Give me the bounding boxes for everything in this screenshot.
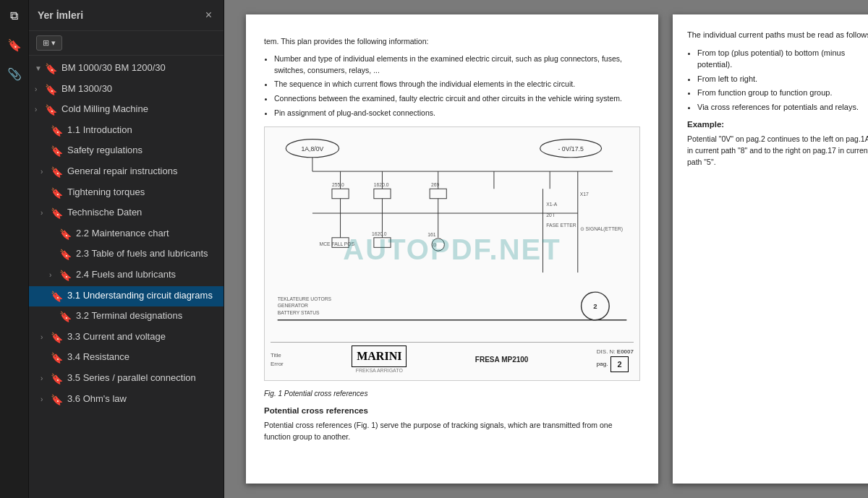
bookmark-icon: 🔖 [51, 351, 63, 366]
sidebar-item-circuit-diagrams[interactable]: 🔖3.1 Understanding circuit diagrams [29, 286, 224, 307]
sidebar-item-terminal[interactable]: 🔖3.2 Terminal designations [29, 306, 224, 327]
sidebar-item-technische[interactable]: ›🔖Technische Daten [29, 203, 224, 224]
sidebar-header: Yer İmleri × [29, 0, 224, 31]
diagram-model: FRESA MP2100 [475, 354, 529, 365]
svg-text:TEKLATEURE UOTORS: TEKLATEURE UOTORS [278, 296, 332, 301]
svg-text:269: 269 [431, 182, 440, 187]
svg-text:1620.0: 1620.0 [372, 231, 387, 236]
sidebar-item-intro[interactable]: 🔖1.1 Introduction [29, 121, 224, 142]
expand-btn-arrow: ▾ [51, 38, 56, 48]
bookmark-icon: 🔖 [51, 186, 63, 201]
sidebar-item-fuels-table[interactable]: 🔖2.3 Table of fuels and lubricants [29, 244, 224, 265]
svg-text:161: 161 [427, 231, 436, 236]
left-bullet-list: Number and type of individual elements i… [264, 53, 640, 119]
circuit-diagram: 1A,8/0V - 0V/17.5 [264, 126, 640, 382]
svg-text:1A,8/0V: 1A,8/0V [301, 145, 323, 153]
svg-rect-25 [374, 237, 391, 247]
svg-text:2: 2 [593, 302, 597, 310]
sidebar-close-button[interactable]: × [203, 7, 215, 23]
arrow-icon: › [35, 105, 42, 115]
svg-text:MCE FALL POS: MCE FALL POS [320, 241, 355, 246]
svg-text:- 0V/17.5: - 0V/17.5 [558, 145, 584, 153]
arrow-icon: › [49, 270, 56, 280]
svg-text:⊙: ⊙ [433, 242, 437, 247]
sidebar-item-label: 2.3 Table of fuels and lubricants [76, 247, 218, 260]
svg-text:FASE ETTER: FASE ETTER [546, 223, 576, 228]
sidebar-item-series-parallel[interactable]: ›🔖3.5 Series / parallel connection [29, 369, 224, 390]
bookmark-icon: 🔖 [51, 207, 63, 221]
arrow-icon: › [41, 332, 48, 343]
sidebar-list: ▼🔖BM 1000/30 BM 1200/30›🔖BM 1300/30›🔖Col… [29, 56, 224, 498]
arrow-icon: › [41, 167, 48, 177]
sidebar-item-label: 3.3 Current and voltage [67, 330, 218, 343]
grid-icon: ⊞ [43, 38, 49, 48]
right-bullet-item: From function group to function group. [697, 87, 868, 99]
sidebar-item-label: 1.1 Introduction [67, 124, 218, 137]
sidebar-item-label: 3.1 Understanding circuit diagrams [67, 289, 218, 302]
bookmark-icon: 🔖 [59, 248, 72, 262]
sidebar-item-general-repair[interactable]: ›🔖General repair instructions [29, 162, 224, 183]
sidebar-item-bm1300[interactable]: ›🔖BM 1300/30 [29, 80, 224, 100]
potential-section-heading: Potential cross references [264, 405, 640, 417]
svg-rect-11 [332, 189, 349, 199]
sidebar-item-maintenance[interactable]: 🔖2.2 Maintenance chart [29, 224, 224, 245]
sidebar-item-label: BM 1300/30 [61, 82, 218, 95]
bullet-item: The sequence in which current flows thro… [274, 79, 640, 90]
bullet-item: Pin assignment of plug-and-socket connec… [274, 108, 640, 119]
sidebar-item-label: Tightening torques [67, 186, 218, 199]
svg-text:255.0: 255.0 [332, 182, 344, 187]
attachment-icon[interactable]: 📎 [4, 64, 25, 84]
svg-text:⊙ SIGNAL(ETTER): ⊙ SIGNAL(ETTER) [580, 226, 623, 232]
sidebar-item-tightening[interactable]: 🔖Tightening torques [29, 183, 224, 204]
bookmark-icon: 🔖 [45, 83, 57, 98]
arrow-icon: › [35, 85, 42, 95]
sidebar-item-label: Technische Daten [67, 206, 218, 219]
layers-icon[interactable]: ⧉ [4, 6, 25, 26]
bookmark-icon: 🔖 [45, 62, 57, 77]
sidebar-item-cold-milling[interactable]: ›🔖Cold Milling Machine [29, 100, 224, 121]
sidebar-item-label: Safety regulations [67, 144, 218, 157]
arrow-icon: › [41, 374, 48, 384]
diagram-page: 2 [610, 356, 628, 373]
main-content: AUTOPDF.NET tem. This plan provides the … [224, 0, 868, 498]
right-bullet-item: From top (plus potential) to bottom (min… [697, 47, 868, 71]
pdf-page-left: AUTOPDF.NET tem. This plan provides the … [246, 14, 658, 484]
bullet-item: Connections between the examined, faulty… [274, 93, 640, 105]
sidebar-resize-handle[interactable] [221, 0, 226, 498]
bullet-item: Number and type of individual elements i… [274, 53, 640, 77]
pdf-container[interactable]: AUTOPDF.NET tem. This plan provides the … [224, 0, 868, 498]
bookmark-icon: 🔖 [51, 166, 63, 180]
sidebar-item-fuels[interactable]: ›🔖2.4 Fuels and lubricants [29, 265, 224, 286]
bookmark-icon: 🔖 [51, 331, 63, 345]
sidebar-item-label: 3.6 Ohm's law [67, 392, 218, 405]
sidebar-item-resistance[interactable]: 🔖3.4 Resistance [29, 348, 224, 369]
sidebar-item-current-voltage[interactable]: ›🔖3.3 Current and voltage [29, 327, 224, 348]
svg-text:X1-A: X1-A [546, 202, 558, 207]
potential-text: Potential cross references (Fig. 1) serv… [264, 420, 640, 443]
arrow-icon: ▼ [35, 64, 42, 74]
sidebar-item-label: 2.2 Maintenance chart [76, 227, 218, 240]
sidebar-item-label: 2.4 Fuels and lubricants [76, 268, 218, 281]
sidebar-item-label: Cold Milling Machine [61, 103, 218, 116]
sidebar-item-bm1000[interactable]: ▼🔖BM 1000/30 BM 1200/30 [29, 59, 224, 80]
right-bullet-item: Via cross references for potentials and … [697, 101, 868, 113]
diagram-footer: Title Error MARINI FREKSA ARRIGATO FRESA… [271, 342, 634, 375]
sidebar-item-ohms[interactable]: ›🔖3.6 Ohm's law [29, 390, 224, 411]
sidebar-item-safety[interactable]: 🔖Safety regulations [29, 141, 224, 162]
sidebar-item-label: BM 1000/30 BM 1200/30 [61, 61, 218, 74]
arrow-icon: › [41, 208, 48, 218]
expand-all-button[interactable]: ⊞ ▾ [36, 35, 62, 51]
right-bullet-list: From top (plus potential) to bottom (min… [687, 47, 868, 113]
sidebar-title: Yer İmleri [38, 9, 83, 21]
svg-text:1620.0: 1620.0 [374, 182, 389, 187]
sidebar-item-label: 3.4 Resistance [67, 351, 218, 364]
pdf-page-right: The individual current paths must be rea… [673, 14, 868, 484]
sidebar-item-label: 3.2 Terminal designations [76, 309, 218, 322]
svg-text:20 I: 20 I [546, 212, 554, 217]
bookmark-panel-icon[interactable]: 🔖 [4, 35, 25, 55]
svg-text:X17: X17 [580, 191, 589, 196]
example-text: Potential "0V" on pag.2 continues to the… [687, 134, 868, 168]
example-heading: Example: [687, 119, 868, 131]
svg-text:GENERATOR: GENERATOR [278, 303, 308, 308]
right-bullet-item: From left to right. [697, 73, 868, 85]
